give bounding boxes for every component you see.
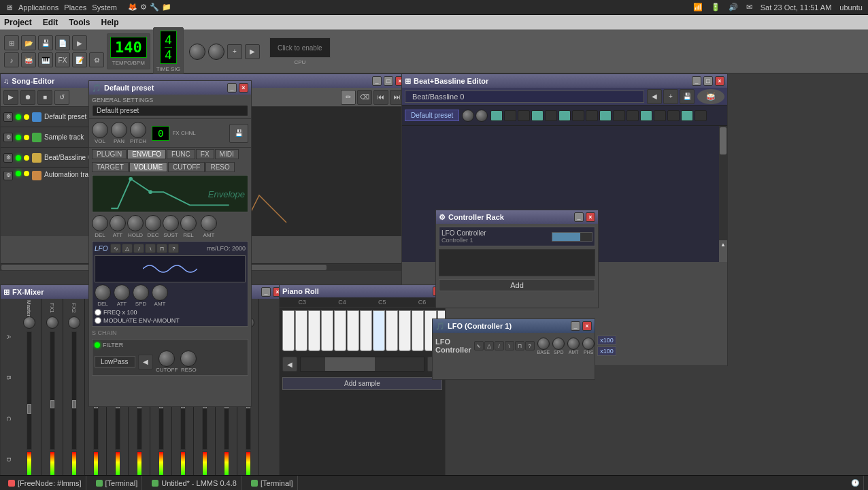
key-f3[interactable] [321, 310, 333, 351]
lfo-amt-knob[interactable] [152, 284, 168, 301]
cpu-display[interactable]: Click to enable [269, 37, 331, 58]
preset-editor-close[interactable]: × [239, 83, 248, 93]
lfo-sine[interactable]: ∿ [110, 244, 121, 253]
lfo-ctrl-saw[interactable]: / [495, 341, 504, 350]
lfo-modulate-radio[interactable] [95, 317, 101, 324]
controller-rack-minimize[interactable]: _ [574, 212, 584, 222]
tab-midi[interactable]: MIDI [215, 149, 239, 159]
beat-cell-1[interactable] [490, 110, 503, 121]
beat-editor-maximize[interactable]: □ [703, 76, 713, 86]
beat-cell-11[interactable] [627, 110, 639, 121]
track-active-led-beat[interactable] [16, 155, 21, 161]
beat-cell-7[interactable] [572, 110, 584, 121]
x100-btn[interactable]: x100 [597, 336, 616, 345]
beat-vscrollbar[interactable]: ▲ [719, 126, 727, 262]
system-menu[interactable]: System [92, 3, 117, 12]
filter-active-led[interactable] [95, 342, 100, 348]
status-item-tux[interactable]: [FreeNode: #lmms] [4, 476, 86, 490]
lfo-ctrl-spd-knob[interactable] [552, 338, 565, 350]
status-item-terminal2[interactable]: [Terminal] [247, 476, 298, 490]
lfo-ctrl-rsaw[interactable]: \ [505, 341, 514, 350]
key-d4[interactable] [386, 310, 398, 351]
lfo-tri[interactable]: △ [122, 244, 133, 253]
vol-knob[interactable] [92, 122, 108, 138]
lfo-ctrl-sq[interactable]: ⊓ [515, 341, 524, 350]
song-editor-btn[interactable]: ♪ [4, 52, 19, 67]
lfo-ctrl-tri[interactable]: △ [484, 341, 494, 350]
env-sust-knob[interactable] [163, 215, 179, 231]
beat-cell-6[interactable] [558, 110, 571, 121]
song-editor-minimize[interactable]: _ [372, 76, 382, 86]
beat-cell-12[interactable] [640, 110, 652, 121]
env-rel-knob[interactable] [180, 215, 197, 231]
track-mute-led-beat[interactable] [24, 155, 29, 161]
stop-btn[interactable]: ■ [37, 90, 52, 105]
env-del-knob[interactable] [92, 215, 108, 231]
beat-cell-10[interactable] [613, 110, 625, 121]
env-amt-knob[interactable] [201, 215, 217, 231]
song-editor-maximize[interactable]: □ [384, 76, 393, 86]
menu-help[interactable]: Help [101, 18, 118, 27]
lfo-ctrl-q[interactable]: ? [525, 341, 535, 350]
lfo-ctrl-amt-knob[interactable] [567, 338, 580, 350]
add-sample-btn[interactable]: + [227, 44, 242, 59]
filter-type-select[interactable]: LowPass [95, 356, 135, 368]
lfo-saw[interactable]: / [133, 244, 144, 253]
key-b3[interactable] [360, 310, 372, 351]
key-c3[interactable] [282, 310, 295, 351]
saveas-btn[interactable]: 📄 [55, 35, 70, 50]
tab-cutoff[interactable]: CUTOFF [168, 162, 205, 172]
tab-func[interactable]: FUNC [167, 149, 195, 159]
beat-cell-5[interactable] [545, 110, 557, 121]
timesig-display[interactable]: 4 4 [160, 31, 177, 64]
lfo-ctrl-close[interactable]: × [582, 321, 592, 331]
fx-master-knob[interactable] [23, 316, 35, 329]
preset-editor-minimize[interactable]: _ [227, 83, 237, 93]
track-active-led-auto[interactable] [16, 171, 21, 176]
filter-reso-knob[interactable] [180, 350, 197, 367]
key-e3[interactable] [308, 310, 320, 351]
save-btn[interactable]: 💾 [38, 35, 53, 50]
track-active-led-sample[interactable] [16, 135, 21, 140]
beat-cell-3[interactable] [518, 110, 530, 121]
fx-btn[interactable]: FX [55, 52, 70, 67]
beat-editor-btn[interactable]: 🥁 [21, 52, 36, 67]
beat-next[interactable]: + [663, 89, 678, 104]
lfo-ctrl-minimize[interactable]: _ [571, 321, 580, 331]
piano-btn[interactable]: 🎹 [38, 52, 53, 67]
key-a3[interactable] [347, 310, 359, 351]
record-btn[interactable]: ⏺ [20, 90, 35, 105]
piano-scroll-left[interactable]: ◀ [282, 357, 297, 372]
beat-editor-close[interactable]: × [715, 76, 724, 86]
piano-add-btn[interactable]: Add sample [282, 377, 442, 390]
add-controller-btn[interactable]: Add [439, 279, 595, 291]
fx-master-fader-thumb[interactable] [27, 404, 31, 414]
preset-name-input[interactable]: Default preset [92, 105, 248, 116]
beat-cell-13[interactable] [654, 110, 666, 121]
beat-instrument-name[interactable]: Default preset [405, 110, 459, 121]
rewind-btn[interactable]: ⏮ [373, 90, 388, 105]
key-d3[interactable] [295, 310, 307, 351]
filter-type-arrow[interactable]: ◀ [138, 355, 153, 370]
track-active-led[interactable] [16, 114, 21, 120]
master-pitch-knob[interactable] [208, 44, 224, 60]
beat-cell-16[interactable] [695, 110, 707, 121]
fx-mixer-minimize[interactable]: _ [261, 287, 271, 297]
track-name-automation[interactable]: Automation track [44, 171, 95, 178]
tab-envlfo[interactable]: ENV/LFO [127, 149, 166, 159]
tempo-display[interactable]: 140 [110, 37, 147, 58]
beat-cell-8[interactable] [586, 110, 598, 121]
open-btn[interactable]: 📂 [21, 35, 36, 50]
lfo-rsaw[interactable]: \ [145, 244, 156, 253]
track-mute-led[interactable] [24, 114, 29, 120]
env-dec-knob[interactable] [145, 215, 161, 231]
env-att-knob[interactable] [110, 215, 126, 231]
lfo-square[interactable]: ⊓ [156, 244, 167, 253]
beat-cell-2[interactable] [504, 110, 516, 121]
track-mute-led-sample[interactable] [24, 135, 29, 140]
lfo-rand[interactable]: ? [168, 244, 179, 253]
track-name-default-preset[interactable]: Default preset [44, 113, 86, 120]
lfo-att-knob[interactable] [114, 284, 130, 301]
lfo-ctrl-phs-knob[interactable] [582, 338, 595, 350]
status-item-terminal1[interactable]: [Terminal] [92, 476, 143, 490]
